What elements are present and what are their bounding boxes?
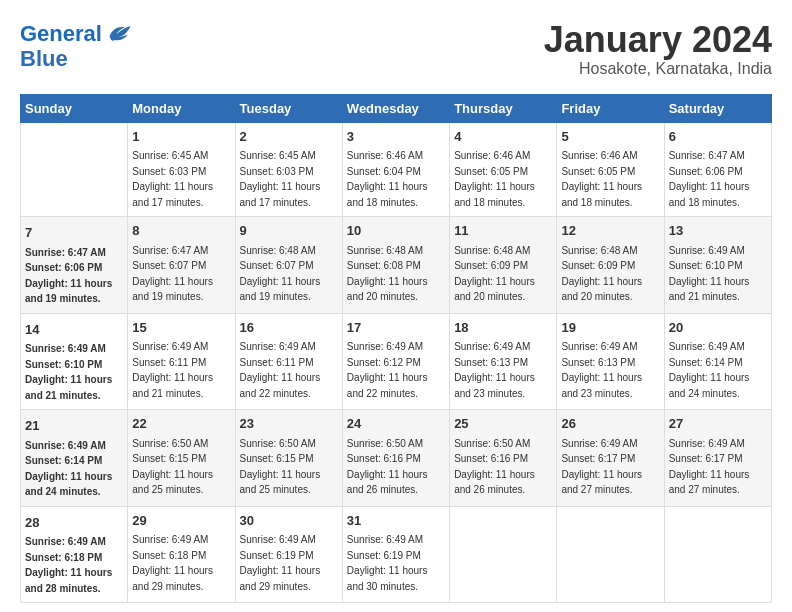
location-title: Hosakote, Karnataka, India (544, 60, 772, 78)
weekday-header-wednesday: Wednesday (342, 94, 449, 122)
weekday-header-tuesday: Tuesday (235, 94, 342, 122)
day-number: 29 (132, 511, 230, 531)
day-detail: Sunrise: 6:45 AM Sunset: 6:03 PM Dayligh… (240, 148, 338, 210)
day-number: 26 (561, 414, 659, 434)
day-number: 25 (454, 414, 552, 434)
calendar-cell: 2Sunrise: 6:45 AM Sunset: 6:03 PM Daylig… (235, 122, 342, 217)
calendar-cell: 7Sunrise: 6:47 AM Sunset: 6:06 PM Daylig… (21, 217, 128, 314)
weekday-header-monday: Monday (128, 94, 235, 122)
day-number: 28 (25, 513, 123, 533)
calendar-cell: 16Sunrise: 6:49 AM Sunset: 6:11 PM Dayli… (235, 313, 342, 410)
day-detail: Sunrise: 6:46 AM Sunset: 6:05 PM Dayligh… (454, 148, 552, 210)
calendar-cell (557, 506, 664, 603)
day-number: 1 (132, 127, 230, 147)
day-number: 9 (240, 221, 338, 241)
day-detail: Sunrise: 6:46 AM Sunset: 6:04 PM Dayligh… (347, 148, 445, 210)
calendar-week-row: 14Sunrise: 6:49 AM Sunset: 6:10 PM Dayli… (21, 313, 772, 410)
day-number: 21 (25, 416, 123, 436)
day-detail: Sunrise: 6:47 AM Sunset: 6:06 PM Dayligh… (669, 148, 767, 210)
calendar-cell: 11Sunrise: 6:48 AM Sunset: 6:09 PM Dayli… (450, 217, 557, 314)
day-detail: Sunrise: 6:50 AM Sunset: 6:15 PM Dayligh… (240, 436, 338, 498)
day-detail: Sunrise: 6:47 AM Sunset: 6:07 PM Dayligh… (132, 243, 230, 305)
day-detail: Sunrise: 6:49 AM Sunset: 6:14 PM Dayligh… (669, 339, 767, 401)
day-number: 19 (561, 318, 659, 338)
calendar-cell: 26Sunrise: 6:49 AM Sunset: 6:17 PM Dayli… (557, 410, 664, 507)
day-detail: Sunrise: 6:49 AM Sunset: 6:17 PM Dayligh… (561, 436, 659, 498)
day-number: 8 (132, 221, 230, 241)
day-detail: Sunrise: 6:48 AM Sunset: 6:09 PM Dayligh… (561, 243, 659, 305)
day-detail: Sunrise: 6:49 AM Sunset: 6:19 PM Dayligh… (347, 532, 445, 594)
calendar-cell: 3Sunrise: 6:46 AM Sunset: 6:04 PM Daylig… (342, 122, 449, 217)
day-number: 23 (240, 414, 338, 434)
calendar-cell: 1Sunrise: 6:45 AM Sunset: 6:03 PM Daylig… (128, 122, 235, 217)
calendar-table: SundayMondayTuesdayWednesdayThursdayFrid… (20, 94, 772, 604)
day-detail: Sunrise: 6:49 AM Sunset: 6:14 PM Dayligh… (25, 438, 123, 500)
day-number: 13 (669, 221, 767, 241)
calendar-cell: 6Sunrise: 6:47 AM Sunset: 6:06 PM Daylig… (664, 122, 771, 217)
day-number: 4 (454, 127, 552, 147)
calendar-cell: 13Sunrise: 6:49 AM Sunset: 6:10 PM Dayli… (664, 217, 771, 314)
calendar-header-row: SundayMondayTuesdayWednesdayThursdayFrid… (21, 94, 772, 122)
logo-blue-text: Blue (20, 46, 68, 71)
day-number: 22 (132, 414, 230, 434)
calendar-cell: 20Sunrise: 6:49 AM Sunset: 6:14 PM Dayli… (664, 313, 771, 410)
day-detail: Sunrise: 6:49 AM Sunset: 6:17 PM Dayligh… (669, 436, 767, 498)
weekday-header-thursday: Thursday (450, 94, 557, 122)
day-detail: Sunrise: 6:50 AM Sunset: 6:15 PM Dayligh… (132, 436, 230, 498)
calendar-cell: 30Sunrise: 6:49 AM Sunset: 6:19 PM Dayli… (235, 506, 342, 603)
day-detail: Sunrise: 6:49 AM Sunset: 6:12 PM Dayligh… (347, 339, 445, 401)
calendar-cell: 28Sunrise: 6:49 AM Sunset: 6:18 PM Dayli… (21, 506, 128, 603)
calendar-cell: 25Sunrise: 6:50 AM Sunset: 6:16 PM Dayli… (450, 410, 557, 507)
day-detail: Sunrise: 6:49 AM Sunset: 6:13 PM Dayligh… (454, 339, 552, 401)
day-detail: Sunrise: 6:49 AM Sunset: 6:18 PM Dayligh… (25, 534, 123, 596)
calendar-cell: 31Sunrise: 6:49 AM Sunset: 6:19 PM Dayli… (342, 506, 449, 603)
day-detail: Sunrise: 6:49 AM Sunset: 6:10 PM Dayligh… (25, 341, 123, 403)
calendar-cell: 15Sunrise: 6:49 AM Sunset: 6:11 PM Dayli… (128, 313, 235, 410)
day-detail: Sunrise: 6:48 AM Sunset: 6:09 PM Dayligh… (454, 243, 552, 305)
month-title: January 2024 (544, 20, 772, 60)
calendar-cell: 19Sunrise: 6:49 AM Sunset: 6:13 PM Dayli… (557, 313, 664, 410)
calendar-cell: 27Sunrise: 6:49 AM Sunset: 6:17 PM Dayli… (664, 410, 771, 507)
calendar-week-row: 21Sunrise: 6:49 AM Sunset: 6:14 PM Dayli… (21, 410, 772, 507)
calendar-cell: 8Sunrise: 6:47 AM Sunset: 6:07 PM Daylig… (128, 217, 235, 314)
day-number: 10 (347, 221, 445, 241)
calendar-cell (21, 122, 128, 217)
calendar-cell (450, 506, 557, 603)
day-number: 5 (561, 127, 659, 147)
logo-general: General (20, 21, 102, 46)
day-detail: Sunrise: 6:48 AM Sunset: 6:08 PM Dayligh… (347, 243, 445, 305)
calendar-cell: 17Sunrise: 6:49 AM Sunset: 6:12 PM Dayli… (342, 313, 449, 410)
day-detail: Sunrise: 6:49 AM Sunset: 6:10 PM Dayligh… (669, 243, 767, 305)
day-detail: Sunrise: 6:49 AM Sunset: 6:19 PM Dayligh… (240, 532, 338, 594)
day-number: 15 (132, 318, 230, 338)
title-block: January 2024 Hosakote, Karnataka, India (544, 20, 772, 78)
day-detail: Sunrise: 6:49 AM Sunset: 6:11 PM Dayligh… (132, 339, 230, 401)
calendar-cell: 29Sunrise: 6:49 AM Sunset: 6:18 PM Dayli… (128, 506, 235, 603)
day-detail: Sunrise: 6:47 AM Sunset: 6:06 PM Dayligh… (25, 245, 123, 307)
calendar-week-row: 28Sunrise: 6:49 AM Sunset: 6:18 PM Dayli… (21, 506, 772, 603)
calendar-cell: 12Sunrise: 6:48 AM Sunset: 6:09 PM Dayli… (557, 217, 664, 314)
day-number: 30 (240, 511, 338, 531)
day-number: 14 (25, 320, 123, 340)
calendar-cell: 18Sunrise: 6:49 AM Sunset: 6:13 PM Dayli… (450, 313, 557, 410)
day-detail: Sunrise: 6:50 AM Sunset: 6:16 PM Dayligh… (454, 436, 552, 498)
day-number: 11 (454, 221, 552, 241)
day-number: 3 (347, 127, 445, 147)
day-number: 17 (347, 318, 445, 338)
day-number: 7 (25, 223, 123, 243)
logo-bird-icon (104, 20, 132, 48)
calendar-cell: 5Sunrise: 6:46 AM Sunset: 6:05 PM Daylig… (557, 122, 664, 217)
calendar-cell: 22Sunrise: 6:50 AM Sunset: 6:15 PM Dayli… (128, 410, 235, 507)
weekday-header-friday: Friday (557, 94, 664, 122)
day-number: 12 (561, 221, 659, 241)
calendar-cell (664, 506, 771, 603)
day-detail: Sunrise: 6:49 AM Sunset: 6:11 PM Dayligh… (240, 339, 338, 401)
day-detail: Sunrise: 6:49 AM Sunset: 6:13 PM Dayligh… (561, 339, 659, 401)
day-number: 6 (669, 127, 767, 147)
day-detail: Sunrise: 6:50 AM Sunset: 6:16 PM Dayligh… (347, 436, 445, 498)
calendar-week-row: 1Sunrise: 6:45 AM Sunset: 6:03 PM Daylig… (21, 122, 772, 217)
calendar-cell: 24Sunrise: 6:50 AM Sunset: 6:16 PM Dayli… (342, 410, 449, 507)
day-number: 31 (347, 511, 445, 531)
logo-text: General (20, 23, 102, 45)
page-header: General Blue January 2024 Hosakote, Karn… (20, 20, 772, 78)
